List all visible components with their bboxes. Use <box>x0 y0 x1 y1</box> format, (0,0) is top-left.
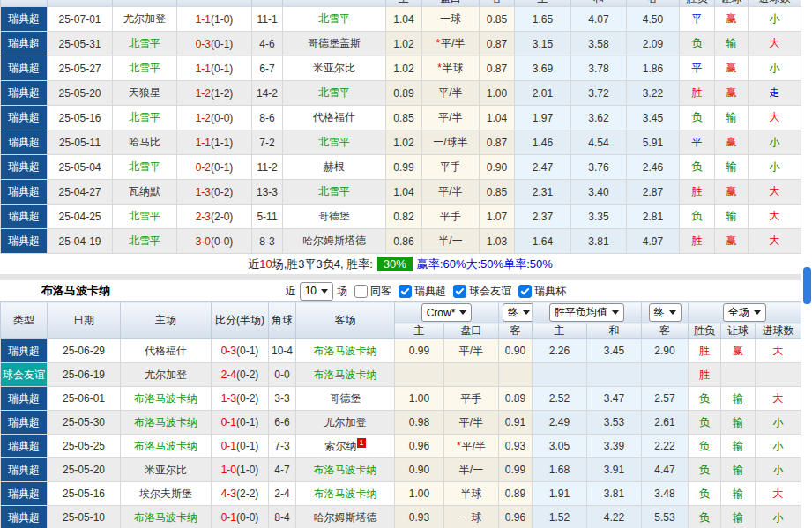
league-cell[interactable]: 瑞典超 <box>1 130 48 155</box>
checked-checkbox[interactable] <box>453 285 466 298</box>
home-team-name[interactable]: 哈马比 <box>129 136 160 148</box>
away-team-name[interactable]: 北雪平 <box>318 86 350 99</box>
home-team-name[interactable]: 埃尔夫斯堡 <box>139 487 192 500</box>
half-score: (0-2) <box>236 368 258 381</box>
away-team-name[interactable]: 布洛马波卡纳 <box>314 368 377 381</box>
home-team-name[interactable]: 北雪平 <box>129 111 160 123</box>
league-cell[interactable]: 瑞典超 <box>1 458 48 482</box>
home-team-name[interactable]: 北雪平 <box>129 210 160 222</box>
home-team-name[interactable]: 代格福什 <box>145 345 187 357</box>
away-team-name[interactable]: 哥德堡 <box>330 392 361 405</box>
header-cell-blank <box>113 0 177 6</box>
sliver-table: 主盘口客主和客胜负让球进球数 <box>0 0 801 6</box>
league-cell[interactable]: 瑞典超 <box>1 56 48 81</box>
checkbox-label[interactable]: 瑞典杯 <box>534 284 566 299</box>
away-team-name[interactable]: 布洛马波卡纳 <box>314 487 377 500</box>
away-team-name[interactable]: 代格福什 <box>313 111 355 123</box>
league-cell[interactable]: 瑞典超 <box>1 7 48 32</box>
league-cell[interactable]: 瑞典超 <box>1 339 48 363</box>
checkbox-label[interactable]: 同客 <box>370 284 391 299</box>
away-team-cell: 布洛马波卡纳 <box>296 482 395 506</box>
league-cell[interactable]: 瑞典超 <box>1 411 48 435</box>
away-team-name[interactable]: 哈尔姆斯塔德 <box>302 234 366 247</box>
table-row: 瑞典超25-06-01布洛马波卡纳1-3(0-2)3-3哥德堡1.00平手0.8… <box>1 387 801 411</box>
checkbox-label[interactable]: 球会友谊 <box>469 284 511 299</box>
home-team-name[interactable]: 布洛马波卡纳 <box>134 511 197 524</box>
league-cell[interactable]: 瑞典超 <box>1 435 48 458</box>
home-team-name[interactable]: 尤尔加登 <box>145 368 187 381</box>
scrollbar-thumb[interactable] <box>803 267 811 304</box>
summary-segment: 60% <box>443 257 466 271</box>
col-header-date: 日期 <box>48 302 121 339</box>
line-final-select[interactable]: 终 <box>503 303 533 322</box>
league-cell[interactable]: 瑞典超 <box>1 506 48 528</box>
home-team-name[interactable]: 尤尔加登 <box>123 12 166 25</box>
half-score: (1-1) <box>211 137 233 149</box>
checked-checkbox[interactable] <box>518 285 532 298</box>
corner-score: 10-4 <box>269 339 296 363</box>
full-score: 2-4 <box>221 368 236 381</box>
home-team-name[interactable]: 北雪平 <box>129 234 160 247</box>
league-cell[interactable]: 瑞典超 <box>1 32 48 56</box>
half-score: (0-1) <box>236 440 258 452</box>
match-date: 25-05-16 <box>48 106 113 130</box>
match-date: 25-05-20 <box>48 458 121 482</box>
home-team-name[interactable]: 瓦纳默 <box>129 185 160 197</box>
away-team-name[interactable]: 哥德堡 <box>318 210 350 222</box>
away-team-name[interactable]: 赫根 <box>324 160 345 173</box>
result-goals: 小 <box>756 411 801 435</box>
away-team-name[interactable]: 哈尔姆斯塔德 <box>314 511 377 524</box>
euro-home-odds: 2.47 <box>515 155 571 180</box>
home-team-name[interactable]: 米亚尔比 <box>145 464 187 476</box>
home-team-name[interactable]: 布洛马波卡纳 <box>134 416 197 428</box>
away-team-name[interactable]: 布洛马波卡纳 <box>314 345 377 357</box>
table-row: 瑞典超25-05-16北雪平1-2(0-0)8-6代格福什0.85平/半1.04… <box>1 106 801 130</box>
away-team-name[interactable]: 北雪平 <box>318 136 350 148</box>
away-team-name[interactable]: 北雪平 <box>318 12 350 25</box>
scope-select-cell: 全场 <box>689 302 801 323</box>
euro-draw-odds: 3.78 <box>571 56 627 81</box>
away-team-name[interactable]: 布洛马波卡纳 <box>314 464 377 476</box>
euro-draw-odds: 3.58 <box>571 32 627 56</box>
league-cell[interactable]: 瑞典超 <box>1 106 48 130</box>
league-cell[interactable]: 瑞典超 <box>1 387 48 411</box>
league-cell[interactable]: 瑞典超 <box>1 482 48 506</box>
away-team-name[interactable]: 北雪平 <box>318 185 350 197</box>
euro-home-odds: 1.46 <box>515 130 571 155</box>
corner-score: 4-7 <box>269 458 296 482</box>
league-cell[interactable]: 球会友谊 <box>1 363 48 387</box>
scope-select[interactable]: 全场 <box>723 303 766 322</box>
home-team-name[interactable]: 天狼星 <box>129 86 160 99</box>
home-team-name[interactable]: 北雪平 <box>129 62 160 74</box>
league-cell[interactable]: 瑞典超 <box>1 229 48 254</box>
away-team-name[interactable]: 索尔纳 <box>324 440 356 452</box>
score-cell: 3-0(0-0) <box>177 229 252 254</box>
unchecked-checkbox[interactable] <box>354 285 368 298</box>
header-cell: 进球数 <box>749 0 801 6</box>
euro-final-select[interactable]: 终 <box>649 303 682 322</box>
recent-count-select[interactable]: 10 <box>300 282 333 301</box>
match-date: 25-06-01 <box>48 387 121 411</box>
home-team-name[interactable]: 北雪平 <box>129 37 160 49</box>
league-cell[interactable]: 瑞典超 <box>1 155 48 180</box>
home-team-name[interactable]: 布洛马波卡纳 <box>134 440 197 452</box>
away-team-name[interactable]: 哥德堡盖斯 <box>308 37 361 49</box>
league-cell[interactable]: 瑞典超 <box>1 81 48 106</box>
home-team-name[interactable]: 北雪平 <box>129 160 160 173</box>
table-row: 瑞典超25-05-20米亚尔比1-0(1-0)4-7布洛马波卡纳0.90半/一0… <box>1 458 801 482</box>
match-history-page: 主盘口客主和客胜负让球进球数 瑞典超25-07-01尤尔加登1-1(1-0)11… <box>0 0 812 528</box>
col-header-away: 客场 <box>296 302 395 339</box>
provider-select[interactable]: Crow* <box>421 303 473 322</box>
checkbox-label[interactable]: 瑞典超 <box>414 284 446 299</box>
away-team-name[interactable]: 米亚尔比 <box>313 62 355 74</box>
home-team-name[interactable]: 布洛马波卡纳 <box>134 392 197 405</box>
league-cell[interactable]: 瑞典超 <box>1 180 48 205</box>
handicap-home-odds: 0.86 <box>386 229 422 254</box>
result-goals: 大 <box>756 387 801 411</box>
away-team-name[interactable]: 尤尔加登 <box>324 416 367 428</box>
full-score: 0-3 <box>196 38 211 50</box>
avg-odds-select[interactable]: 胜平负均值 <box>549 303 624 322</box>
league-cell[interactable]: 瑞典超 <box>1 205 48 229</box>
checked-checkbox[interactable] <box>399 285 412 298</box>
result-wdl: 负 <box>680 205 715 229</box>
